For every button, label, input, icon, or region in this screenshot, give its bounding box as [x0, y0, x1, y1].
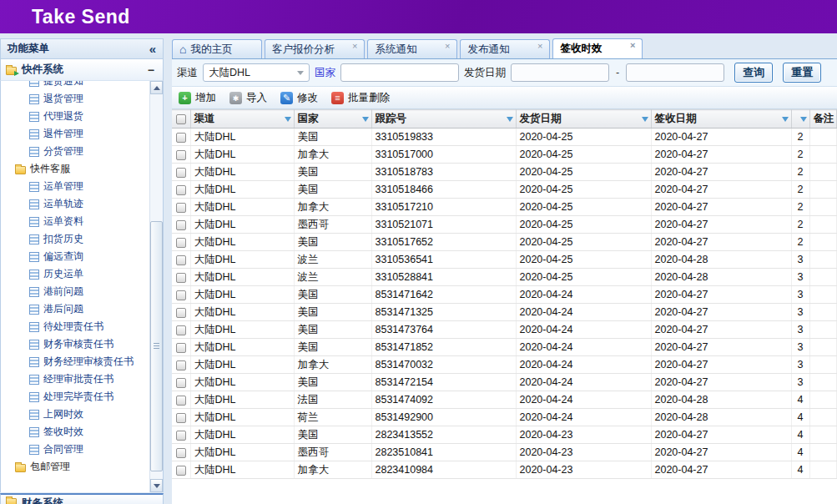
filter-arrow-icon[interactable] — [362, 117, 369, 122]
sidebar-menu-item[interactable]: 快件客服 — [1, 160, 149, 178]
row-checkbox[interactable] — [176, 413, 186, 423]
row-checkbox[interactable] — [176, 378, 186, 388]
sidebar-menu-item-label: 退货管理 — [43, 92, 83, 106]
tab[interactable]: ⌂ 系统通知 × — [367, 39, 457, 58]
sidebar-menu-item[interactable]: 港后问题 — [1, 300, 149, 318]
sidebar-menu-item[interactable]: 运单管理 — [1, 178, 149, 195]
toolbar-button[interactable]: 修改 — [280, 91, 318, 105]
row-checkbox[interactable] — [176, 396, 186, 406]
reset-button[interactable]: 重置 — [783, 63, 821, 83]
sidebar-menu-item[interactable]: 财务经理审核责任书 — [1, 353, 149, 370]
collapse-section-icon[interactable]: − — [148, 64, 154, 76]
sidebar-menu-item[interactable]: 上网时效 — [1, 406, 149, 423]
sidebar-menu-item[interactable]: 财务审核责任书 — [1, 335, 149, 353]
sidebar-menu-item[interactable]: 运单资料 — [1, 213, 149, 230]
close-tab-icon[interactable]: × — [617, 41, 635, 50]
filter-arrow-icon[interactable] — [642, 117, 648, 122]
accordion-section-finance-system[interactable]: 财务系统 — [0, 493, 164, 504]
column-header-sign-date[interactable]: 签收日期 — [651, 110, 791, 129]
tab[interactable]: ⌂ 签收时效 × — [552, 38, 643, 58]
row-checkbox[interactable] — [176, 360, 186, 370]
sidebar-menu-item[interactable]: 运单轨迹 — [1, 195, 149, 213]
sidebar-menu-item[interactable]: 经理审批责任书 — [1, 370, 149, 388]
grid-icon — [29, 305, 39, 315]
row-checkbox[interactable] — [176, 185, 186, 195]
row-checkbox[interactable] — [176, 343, 186, 353]
row-checkbox[interactable] — [176, 203, 186, 213]
sidebar-menu-item[interactable]: 代理退货 — [1, 108, 149, 125]
cell-sign-date: 2020-04-27 — [651, 321, 791, 339]
panel-splitter[interactable] — [164, 38, 172, 504]
cell-remark — [809, 286, 837, 304]
sidebar-menu-item[interactable]: 提货通知 — [1, 81, 149, 90]
row-checkbox[interactable] — [176, 255, 186, 265]
toolbar-button[interactable]: 增加 — [179, 91, 216, 105]
toolbar-button[interactable]: 导入 — [229, 91, 267, 105]
column-header-tracking[interactable]: 跟踪号 — [371, 110, 516, 129]
grid-icon — [29, 94, 39, 104]
country-input[interactable] — [340, 63, 459, 82]
column-header-channel[interactable]: 渠道 — [190, 110, 294, 129]
sidebar-scrollbar[interactable] — [149, 81, 163, 492]
sidebar-menu-item[interactable]: 分货管理 — [1, 143, 149, 160]
tab-label: 系统通知 — [375, 43, 416, 57]
cell-country: 墨西哥 — [294, 444, 371, 461]
accordion-section-express-system[interactable]: 快件系统 − — [0, 59, 164, 81]
cell-country: 法国 — [294, 391, 371, 409]
column-header-country[interactable]: 国家 — [294, 110, 371, 129]
cell-tracking: 8531472154 — [371, 374, 516, 391]
sidebar-menu-item[interactable]: 历史运单 — [1, 265, 149, 283]
row-checkbox[interactable] — [176, 325, 186, 335]
sidebar-menu-item[interactable]: 扣货历史 — [1, 230, 149, 248]
filter-arrow-icon[interactable] — [507, 117, 513, 122]
sidebar-menu-item[interactable]: 退货管理 — [1, 90, 149, 108]
tab[interactable]: ⌂ 客户报价分析 × — [265, 39, 365, 58]
main-area: 功能菜单 « 快件系统 − 提货通知 退货 — [0, 33, 837, 504]
filter-arrow-icon[interactable] — [285, 117, 291, 122]
cell-country: 墨西哥 — [294, 216, 371, 234]
sidebar-menu-item[interactable]: 待处理责任书 — [1, 318, 149, 335]
tab[interactable]: ⌂ 我的主页 × — [172, 39, 262, 58]
sidebar-menu-item[interactable]: 偏远查询 — [1, 248, 149, 265]
channel-select[interactable]: 大陆DHL — [203, 63, 310, 82]
cell-country: 美国 — [294, 286, 371, 304]
row-checkbox[interactable] — [176, 273, 186, 283]
scroll-up-button[interactable] — [150, 81, 163, 94]
sidebar-menu-item[interactable]: 处理完毕责任书 — [1, 388, 149, 406]
cell-sign-date: 2020-04-28 — [651, 409, 791, 426]
row-checkbox[interactable] — [176, 220, 186, 230]
sidebar-menu-item[interactable]: 合同管理 — [1, 441, 149, 458]
row-checkbox[interactable] — [176, 238, 186, 248]
collapse-sidebar-icon[interactable]: « — [149, 43, 156, 55]
search-button[interactable]: 查询 — [734, 63, 773, 83]
toolbar-button[interactable]: 批量删除 — [331, 91, 390, 105]
close-tab-icon[interactable]: × — [524, 42, 542, 51]
row-checkbox[interactable] — [176, 466, 186, 476]
select-all-checkbox[interactable] — [176, 114, 186, 124]
row-checkbox[interactable] — [176, 133, 186, 143]
tab[interactable]: ⌂ 发布通知 × — [460, 39, 550, 58]
column-header-ship-date[interactable]: 发货日期 — [516, 110, 651, 129]
row-checkbox[interactable] — [176, 431, 186, 441]
sidebar-menu-item[interactable]: 退件管理 — [1, 125, 149, 143]
filter-arrow-icon[interactable] — [800, 117, 807, 122]
sidebar-menu-item[interactable]: 港前问题 — [1, 283, 149, 300]
filter-arrow-icon[interactable] — [782, 117, 789, 122]
date-from-input[interactable] — [511, 63, 609, 82]
column-header-days[interactable] — [791, 110, 809, 129]
row-checkbox[interactable] — [176, 168, 186, 178]
close-tab-icon[interactable]: × — [339, 42, 357, 51]
cell-ship-date: 2020-04-25 — [516, 269, 651, 286]
date-to-input[interactable] — [626, 63, 724, 82]
sidebar-menu-item[interactable]: 签收时效 — [1, 423, 149, 441]
close-tab-icon[interactable]: × — [431, 42, 450, 51]
row-checkbox[interactable] — [176, 448, 186, 458]
row-checkbox[interactable] — [176, 308, 186, 318]
column-header-remark[interactable]: 备注 — [809, 110, 837, 129]
sidebar-menu-item[interactable]: 包邮管理 — [1, 458, 149, 476]
scrollbar-thumb[interactable] — [150, 221, 163, 471]
row-checkbox[interactable] — [176, 290, 186, 300]
row-checkbox[interactable] — [176, 150, 186, 160]
table-row: 大陆DHL 荷兰 8531492900 2020-04-24 2020-04-2… — [172, 409, 837, 426]
scroll-down-button[interactable] — [150, 479, 163, 492]
